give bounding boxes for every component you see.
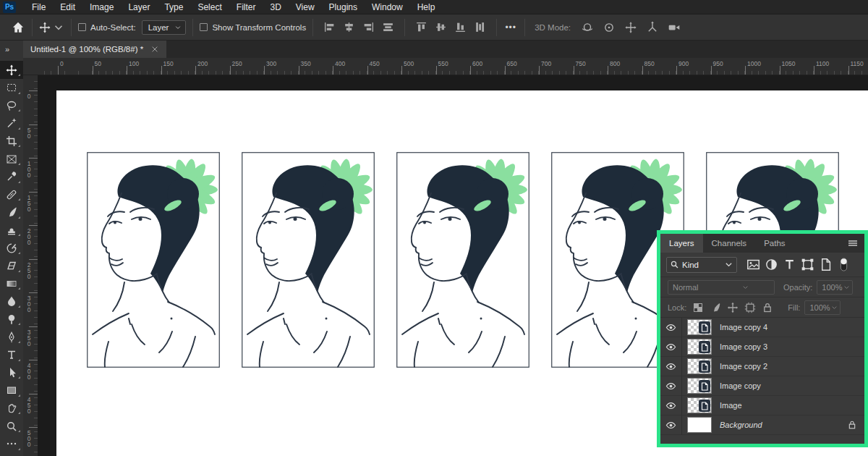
camera-3d-icon[interactable] bbox=[668, 21, 681, 34]
lock-all-icon[interactable] bbox=[762, 302, 773, 313]
tool-pen[interactable] bbox=[0, 328, 23, 346]
menu-filter[interactable]: Filter bbox=[229, 0, 263, 14]
blend-mode-dropdown[interactable]: Normal bbox=[668, 280, 775, 295]
collapse-tools-button[interactable]: » bbox=[0, 45, 10, 54]
tool-zoom[interactable] bbox=[0, 417, 23, 435]
tool-marquee[interactable] bbox=[0, 79, 23, 97]
more-options-button[interactable]: ••• bbox=[503, 22, 518, 33]
align-middle-icon[interactable] bbox=[435, 21, 447, 33]
ruler-tick bbox=[505, 66, 506, 75]
visibility-toggle[interactable] bbox=[660, 337, 682, 357]
home-icon[interactable] bbox=[11, 20, 25, 35]
show-transform-checkbox[interactable] bbox=[200, 23, 208, 31]
visibility-toggle[interactable] bbox=[660, 396, 682, 415]
menu-image[interactable]: Image bbox=[82, 0, 121, 14]
menu-edit[interactable]: Edit bbox=[53, 0, 82, 14]
eye-icon bbox=[665, 381, 676, 392]
pan-3d-icon[interactable] bbox=[624, 21, 637, 34]
tool-eraser[interactable] bbox=[0, 257, 23, 275]
filter-kind-dropdown[interactable]: Kind bbox=[666, 257, 737, 273]
tool-spot-healing[interactable] bbox=[0, 185, 23, 203]
document-tab[interactable]: Untitled-1 @ 100% (RGB/8#) * bbox=[23, 41, 166, 58]
tool-gradient[interactable] bbox=[0, 274, 23, 292]
tool-blur[interactable] bbox=[0, 292, 23, 311]
panel-tab-channels[interactable]: Channels bbox=[703, 234, 756, 253]
menu-view[interactable]: View bbox=[289, 0, 322, 14]
layer-thumbnail[interactable] bbox=[687, 358, 712, 374]
menu-plugins[interactable]: Plugins bbox=[322, 0, 365, 14]
visibility-toggle[interactable] bbox=[660, 376, 682, 396]
panel-menu-icon[interactable] bbox=[847, 237, 859, 249]
visibility-toggle[interactable] bbox=[660, 318, 682, 337]
visibility-toggle[interactable] bbox=[660, 415, 682, 435]
filter-adjustment-icon[interactable] bbox=[765, 258, 778, 271]
layer-thumbnail[interactable] bbox=[687, 417, 712, 433]
tool-clone-stamp[interactable] bbox=[0, 221, 23, 239]
distribute-v-icon[interactable] bbox=[474, 21, 486, 33]
tool-lasso[interactable] bbox=[0, 96, 23, 114]
layer-row-image-copy-4[interactable]: Image copy 4 bbox=[660, 318, 864, 337]
tool-brush[interactable] bbox=[0, 203, 23, 221]
align-right-icon[interactable] bbox=[362, 21, 375, 33]
layer-thumbnail[interactable] bbox=[687, 319, 712, 335]
panel-tab-paths[interactable]: Paths bbox=[755, 234, 793, 253]
lock-transparency-icon[interactable] bbox=[692, 302, 704, 313]
layer-row-background[interactable]: Background bbox=[660, 415, 864, 435]
tool-path-select[interactable] bbox=[0, 363, 23, 381]
tool-type[interactable] bbox=[0, 346, 23, 364]
tool-hand[interactable] bbox=[0, 399, 23, 417]
tool-move[interactable] bbox=[0, 61, 23, 79]
ruler-label: 250 bbox=[25, 261, 33, 279]
ruler-tick bbox=[264, 66, 265, 75]
fill-value: 100% bbox=[809, 303, 830, 312]
tool-magic-wand[interactable] bbox=[0, 114, 23, 132]
menu-file[interactable]: File bbox=[25, 0, 53, 14]
tool-rectangle[interactable] bbox=[0, 381, 23, 400]
menu-type[interactable]: Type bbox=[157, 0, 190, 14]
layer-thumbnail[interactable] bbox=[687, 339, 712, 355]
filter-toggle-icon[interactable] bbox=[837, 258, 851, 271]
tool-more[interactable] bbox=[0, 435, 23, 453]
tool-eyedropper[interactable] bbox=[0, 168, 23, 186]
tool-history-brush[interactable] bbox=[0, 239, 23, 257]
layer-row-image-copy[interactable]: Image copy bbox=[660, 376, 864, 396]
lock-artboard-icon[interactable] bbox=[744, 302, 756, 313]
align-left-icon[interactable] bbox=[323, 21, 336, 33]
filter-type-icon[interactable] bbox=[783, 258, 796, 271]
layer-thumbnail[interactable] bbox=[687, 378, 712, 394]
layer-row-image-copy-3[interactable]: Image copy 3 bbox=[660, 337, 864, 357]
auto-select-target-dropdown[interactable]: Layer bbox=[142, 20, 187, 35]
opacity-label: Opacity: bbox=[783, 283, 812, 292]
visibility-toggle[interactable] bbox=[660, 357, 682, 376]
tool-frame[interactable] bbox=[0, 150, 23, 168]
fill-field[interactable]: 100% bbox=[804, 300, 841, 315]
layer-row-image-copy-2[interactable]: Image copy 2 bbox=[660, 357, 864, 376]
tool-dodge[interactable] bbox=[0, 310, 23, 328]
distribute-h-icon[interactable] bbox=[382, 21, 394, 33]
panel-tab-layers[interactable]: Layers bbox=[660, 234, 703, 253]
move-tool-preset[interactable] bbox=[39, 22, 64, 33]
align-bottom-icon[interactable] bbox=[454, 21, 467, 33]
lock-pixels-icon[interactable] bbox=[710, 302, 721, 313]
close-icon[interactable] bbox=[150, 45, 159, 54]
filter-image-icon[interactable] bbox=[746, 258, 760, 271]
auto-select-checkbox[interactable] bbox=[78, 23, 86, 31]
menu-3d[interactable]: 3D bbox=[263, 0, 288, 14]
filter-smart-object-icon[interactable] bbox=[819, 258, 833, 271]
layer-thumbnail[interactable] bbox=[687, 397, 712, 413]
slide-3d-icon[interactable] bbox=[646, 21, 659, 34]
menu-select[interactable]: Select bbox=[190, 0, 229, 14]
filter-shape-icon[interactable] bbox=[801, 258, 814, 271]
layer-row-image[interactable]: Image bbox=[660, 396, 864, 415]
smart-object-badge-icon bbox=[699, 341, 710, 353]
menu-layer[interactable]: Layer bbox=[121, 0, 157, 14]
opacity-field[interactable]: 100% bbox=[817, 280, 853, 295]
menu-help[interactable]: Help bbox=[410, 0, 443, 14]
align-top-icon[interactable] bbox=[415, 21, 427, 33]
lock-position-icon[interactable] bbox=[727, 302, 739, 313]
menu-window[interactable]: Window bbox=[365, 0, 410, 14]
tool-crop[interactable] bbox=[0, 132, 23, 150]
align-center-h-icon[interactable] bbox=[343, 21, 355, 33]
orbit-3d-icon[interactable] bbox=[581, 21, 594, 34]
roll-3d-icon[interactable] bbox=[603, 21, 616, 34]
